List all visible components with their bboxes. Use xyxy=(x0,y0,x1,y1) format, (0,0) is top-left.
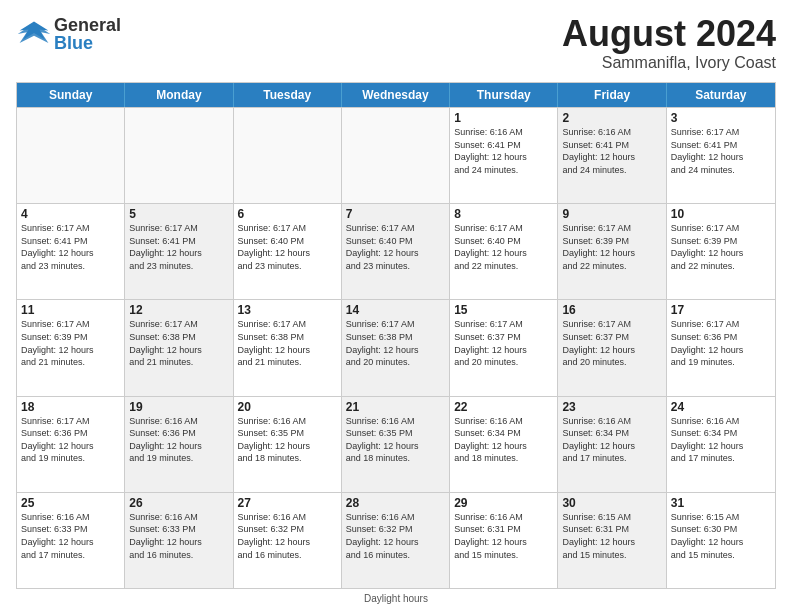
day-number: 3 xyxy=(671,111,771,125)
empty-cell-0-1 xyxy=(125,108,233,203)
day-number: 30 xyxy=(562,496,661,510)
day-cell-6: 6Sunrise: 6:17 AM Sunset: 6:40 PM Daylig… xyxy=(234,204,342,299)
day-info: Sunrise: 6:17 AM Sunset: 6:39 PM Dayligh… xyxy=(21,318,120,368)
day-number: 19 xyxy=(129,400,228,414)
day-number: 20 xyxy=(238,400,337,414)
day-info: Sunrise: 6:16 AM Sunset: 6:35 PM Dayligh… xyxy=(346,415,445,465)
calendar: SundayMondayTuesdayWednesdayThursdayFrid… xyxy=(16,82,776,589)
day-info: Sunrise: 6:17 AM Sunset: 6:38 PM Dayligh… xyxy=(346,318,445,368)
day-cell-9: 9Sunrise: 6:17 AM Sunset: 6:39 PM Daylig… xyxy=(558,204,666,299)
day-info: Sunrise: 6:17 AM Sunset: 6:40 PM Dayligh… xyxy=(346,222,445,272)
day-cell-29: 29Sunrise: 6:16 AM Sunset: 6:31 PM Dayli… xyxy=(450,493,558,588)
day-number: 14 xyxy=(346,303,445,317)
calendar-title: August 2024 xyxy=(562,16,776,52)
calendar-row-5: 25Sunrise: 6:16 AM Sunset: 6:33 PM Dayli… xyxy=(17,492,775,588)
day-cell-4: 4Sunrise: 6:17 AM Sunset: 6:41 PM Daylig… xyxy=(17,204,125,299)
calendar-header: SundayMondayTuesdayWednesdayThursdayFrid… xyxy=(17,83,775,107)
day-number: 15 xyxy=(454,303,553,317)
day-info: Sunrise: 6:16 AM Sunset: 6:33 PM Dayligh… xyxy=(129,511,228,561)
day-number: 29 xyxy=(454,496,553,510)
day-number: 26 xyxy=(129,496,228,510)
day-info: Sunrise: 6:16 AM Sunset: 6:33 PM Dayligh… xyxy=(21,511,120,561)
day-cell-12: 12Sunrise: 6:17 AM Sunset: 6:38 PM Dayli… xyxy=(125,300,233,395)
day-number: 22 xyxy=(454,400,553,414)
logo-general-text: General xyxy=(54,16,121,34)
title-block: August 2024 Sammanifla, Ivory Coast xyxy=(562,16,776,72)
day-number: 11 xyxy=(21,303,120,317)
day-cell-17: 17Sunrise: 6:17 AM Sunset: 6:36 PM Dayli… xyxy=(667,300,775,395)
day-cell-18: 18Sunrise: 6:17 AM Sunset: 6:36 PM Dayli… xyxy=(17,397,125,492)
day-cell-19: 19Sunrise: 6:16 AM Sunset: 6:36 PM Dayli… xyxy=(125,397,233,492)
day-number: 25 xyxy=(21,496,120,510)
day-info: Sunrise: 6:16 AM Sunset: 6:34 PM Dayligh… xyxy=(671,415,771,465)
empty-cell-0-0 xyxy=(17,108,125,203)
day-info: Sunrise: 6:17 AM Sunset: 6:37 PM Dayligh… xyxy=(454,318,553,368)
empty-cell-0-3 xyxy=(342,108,450,203)
day-number: 12 xyxy=(129,303,228,317)
day-info: Sunrise: 6:17 AM Sunset: 6:40 PM Dayligh… xyxy=(454,222,553,272)
header: General Blue August 2024 Sammanifla, Ivo… xyxy=(16,16,776,72)
calendar-row-1: 1Sunrise: 6:16 AM Sunset: 6:41 PM Daylig… xyxy=(17,107,775,203)
day-cell-13: 13Sunrise: 6:17 AM Sunset: 6:38 PM Dayli… xyxy=(234,300,342,395)
day-info: Sunrise: 6:16 AM Sunset: 6:32 PM Dayligh… xyxy=(346,511,445,561)
day-info: Sunrise: 6:17 AM Sunset: 6:36 PM Dayligh… xyxy=(21,415,120,465)
daylight-label: Daylight hours xyxy=(364,593,428,604)
calendar-subtitle: Sammanifla, Ivory Coast xyxy=(562,54,776,72)
day-info: Sunrise: 6:16 AM Sunset: 6:35 PM Dayligh… xyxy=(238,415,337,465)
day-info: Sunrise: 6:16 AM Sunset: 6:34 PM Dayligh… xyxy=(454,415,553,465)
day-number: 10 xyxy=(671,207,771,221)
logo-words: General Blue xyxy=(54,16,121,52)
day-cell-8: 8Sunrise: 6:17 AM Sunset: 6:40 PM Daylig… xyxy=(450,204,558,299)
day-of-week-sunday: Sunday xyxy=(17,83,125,107)
day-number: 28 xyxy=(346,496,445,510)
day-number: 13 xyxy=(238,303,337,317)
day-number: 27 xyxy=(238,496,337,510)
day-number: 6 xyxy=(238,207,337,221)
day-number: 5 xyxy=(129,207,228,221)
day-cell-16: 16Sunrise: 6:17 AM Sunset: 6:37 PM Dayli… xyxy=(558,300,666,395)
day-of-week-wednesday: Wednesday xyxy=(342,83,450,107)
day-of-week-tuesday: Tuesday xyxy=(234,83,342,107)
day-info: Sunrise: 6:16 AM Sunset: 6:41 PM Dayligh… xyxy=(562,126,661,176)
day-info: Sunrise: 6:17 AM Sunset: 6:36 PM Dayligh… xyxy=(671,318,771,368)
day-info: Sunrise: 6:16 AM Sunset: 6:41 PM Dayligh… xyxy=(454,126,553,176)
day-number: 4 xyxy=(21,207,120,221)
day-info: Sunrise: 6:17 AM Sunset: 6:37 PM Dayligh… xyxy=(562,318,661,368)
day-cell-27: 27Sunrise: 6:16 AM Sunset: 6:32 PM Dayli… xyxy=(234,493,342,588)
day-info: Sunrise: 6:17 AM Sunset: 6:39 PM Dayligh… xyxy=(671,222,771,272)
day-info: Sunrise: 6:17 AM Sunset: 6:40 PM Dayligh… xyxy=(238,222,337,272)
day-info: Sunrise: 6:17 AM Sunset: 6:41 PM Dayligh… xyxy=(129,222,228,272)
day-cell-20: 20Sunrise: 6:16 AM Sunset: 6:35 PM Dayli… xyxy=(234,397,342,492)
day-number: 8 xyxy=(454,207,553,221)
day-info: Sunrise: 6:15 AM Sunset: 6:30 PM Dayligh… xyxy=(671,511,771,561)
day-cell-24: 24Sunrise: 6:16 AM Sunset: 6:34 PM Dayli… xyxy=(667,397,775,492)
day-info: Sunrise: 6:17 AM Sunset: 6:41 PM Dayligh… xyxy=(21,222,120,272)
day-cell-2: 2Sunrise: 6:16 AM Sunset: 6:41 PM Daylig… xyxy=(558,108,666,203)
day-number: 18 xyxy=(21,400,120,414)
day-cell-25: 25Sunrise: 6:16 AM Sunset: 6:33 PM Dayli… xyxy=(17,493,125,588)
day-cell-11: 11Sunrise: 6:17 AM Sunset: 6:39 PM Dayli… xyxy=(17,300,125,395)
day-info: Sunrise: 6:17 AM Sunset: 6:38 PM Dayligh… xyxy=(238,318,337,368)
day-info: Sunrise: 6:15 AM Sunset: 6:31 PM Dayligh… xyxy=(562,511,661,561)
day-cell-1: 1Sunrise: 6:16 AM Sunset: 6:41 PM Daylig… xyxy=(450,108,558,203)
day-cell-3: 3Sunrise: 6:17 AM Sunset: 6:41 PM Daylig… xyxy=(667,108,775,203)
day-cell-28: 28Sunrise: 6:16 AM Sunset: 6:32 PM Dayli… xyxy=(342,493,450,588)
day-cell-31: 31Sunrise: 6:15 AM Sunset: 6:30 PM Dayli… xyxy=(667,493,775,588)
day-number: 31 xyxy=(671,496,771,510)
day-of-week-saturday: Saturday xyxy=(667,83,775,107)
day-cell-5: 5Sunrise: 6:17 AM Sunset: 6:41 PM Daylig… xyxy=(125,204,233,299)
empty-cell-0-2 xyxy=(234,108,342,203)
day-cell-22: 22Sunrise: 6:16 AM Sunset: 6:34 PM Dayli… xyxy=(450,397,558,492)
day-info: Sunrise: 6:16 AM Sunset: 6:36 PM Dayligh… xyxy=(129,415,228,465)
day-cell-30: 30Sunrise: 6:15 AM Sunset: 6:31 PM Dayli… xyxy=(558,493,666,588)
calendar-row-4: 18Sunrise: 6:17 AM Sunset: 6:36 PM Dayli… xyxy=(17,396,775,492)
day-number: 7 xyxy=(346,207,445,221)
day-info: Sunrise: 6:16 AM Sunset: 6:32 PM Dayligh… xyxy=(238,511,337,561)
calendar-row-2: 4Sunrise: 6:17 AM Sunset: 6:41 PM Daylig… xyxy=(17,203,775,299)
day-number: 24 xyxy=(671,400,771,414)
day-info: Sunrise: 6:17 AM Sunset: 6:41 PM Dayligh… xyxy=(671,126,771,176)
day-of-week-friday: Friday xyxy=(558,83,666,107)
day-info: Sunrise: 6:17 AM Sunset: 6:38 PM Dayligh… xyxy=(129,318,228,368)
day-cell-21: 21Sunrise: 6:16 AM Sunset: 6:35 PM Dayli… xyxy=(342,397,450,492)
day-cell-23: 23Sunrise: 6:16 AM Sunset: 6:34 PM Dayli… xyxy=(558,397,666,492)
